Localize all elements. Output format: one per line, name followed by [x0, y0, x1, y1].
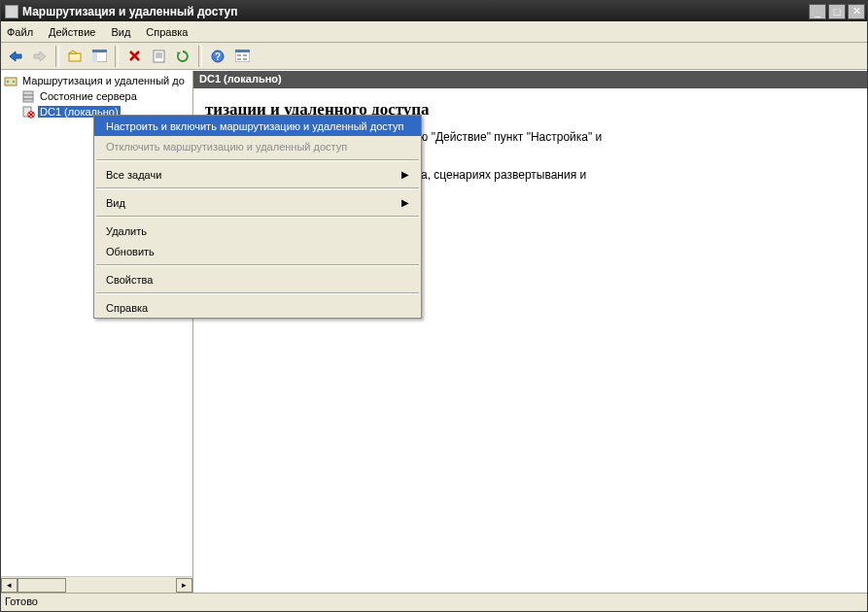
maximize-button[interactable]: □: [828, 4, 846, 19]
up-button[interactable]: [64, 46, 86, 67]
routing-icon: [3, 74, 18, 87]
svg-rect-4: [154, 51, 164, 62]
cm-properties[interactable]: Свойства: [94, 269, 421, 289]
cm-separator: [96, 216, 419, 218]
svg-point-18: [13, 80, 15, 82]
tree-root[interactable]: Маршрутизация и удаленный до: [3, 73, 192, 88]
cm-configure-enable[interactable]: Настроить и включить маршрутизацию и уда…: [94, 116, 421, 136]
scroll-right-arrow[interactable]: ▸: [176, 578, 192, 593]
refresh-button[interactable]: [172, 46, 193, 67]
svg-text:?: ?: [215, 51, 221, 61]
help-button[interactable]: ?: [207, 46, 228, 67]
svg-rect-21: [23, 99, 33, 102]
menu-file[interactable]: Файл: [7, 26, 33, 38]
svg-rect-13: [243, 54, 247, 56]
cm-separator: [96, 159, 419, 161]
scroll-left-arrow[interactable]: ◂: [1, 578, 17, 593]
tree-root-label: Маршрутизация и удаленный до: [20, 75, 187, 86]
svg-rect-11: [235, 50, 250, 52]
menu-action[interactable]: Действие: [49, 26, 95, 38]
title-bar: Маршрутизация и удаленный доступ _ □ ✕: [1, 1, 867, 21]
show-hide-tree-button[interactable]: [88, 46, 110, 67]
svg-rect-14: [237, 58, 241, 60]
forward-button[interactable]: [29, 46, 51, 67]
status-text: Готово: [5, 595, 38, 607]
svg-rect-12: [237, 54, 241, 56]
menu-help[interactable]: Справка: [146, 26, 188, 38]
content-header: DC1 (локально): [193, 71, 867, 88]
submenu-arrow-icon: ▶: [401, 197, 409, 208]
cm-view[interactable]: Вид▶: [94, 192, 421, 213]
cm-separator: [96, 187, 419, 189]
cm-all-tasks[interactable]: Все задачи▶: [94, 164, 421, 185]
server-stopped-icon: [20, 105, 36, 119]
delete-button[interactable]: [123, 46, 145, 67]
back-button[interactable]: [5, 46, 26, 67]
server-state-icon: [20, 89, 36, 103]
cm-separator: [96, 292, 419, 294]
properties-button[interactable]: [148, 46, 169, 67]
window-title: Маршрутизация и удаленный доступ: [22, 5, 809, 18]
submenu-arrow-icon: ▶: [401, 169, 409, 180]
svg-rect-3: [92, 50, 107, 52]
svg-point-17: [7, 80, 9, 82]
svg-rect-0: [69, 53, 81, 61]
minimize-button[interactable]: _: [809, 4, 826, 19]
cm-delete[interactable]: Удалить: [94, 221, 421, 241]
cm-refresh[interactable]: Обновить: [94, 241, 421, 261]
cm-help[interactable]: Справка: [94, 297, 421, 318]
tree-server-state[interactable]: Состояние сервера: [3, 88, 192, 104]
scroll-thumb[interactable]: [17, 578, 66, 593]
toolbar-extra-button[interactable]: [231, 46, 253, 67]
close-button[interactable]: ✕: [848, 4, 865, 19]
menu-view[interactable]: Вид: [111, 26, 130, 38]
cm-disable-routing: Отключить маршрутизацию и удаленный дост…: [94, 136, 421, 156]
status-bar: Готово: [1, 593, 867, 611]
toolbar: ?: [1, 43, 867, 70]
tree-server-state-label: Состояние сервера: [38, 90, 139, 102]
tree-horizontal-scrollbar[interactable]: ◂ ▸: [1, 576, 192, 593]
app-icon: [5, 5, 18, 18]
menu-bar: Файл Действие Вид Справка: [1, 21, 867, 43]
context-menu: Настроить и включить маршрутизацию и уда…: [93, 115, 422, 319]
svg-rect-15: [243, 58, 247, 60]
svg-rect-20: [23, 95, 33, 99]
svg-rect-19: [23, 91, 33, 95]
cm-separator: [96, 264, 419, 266]
